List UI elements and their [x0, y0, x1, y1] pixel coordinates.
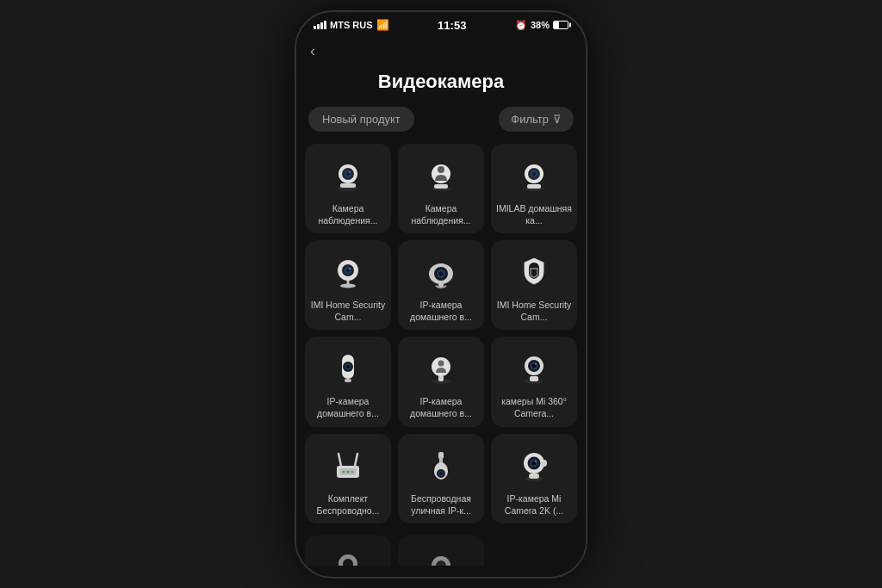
product-icon [326, 443, 370, 487]
list-item[interactable]: IP-камера домашнего в... [305, 337, 391, 426]
list-item[interactable] [305, 535, 391, 566]
page-title: Видеокамера [296, 67, 586, 107]
svg-point-51 [351, 470, 354, 473]
list-item[interactable]: IMI Home Security Cam... [491, 240, 577, 330]
svg-point-50 [347, 470, 350, 473]
list-item[interactable]: IP-камера домашнего в... [398, 337, 484, 426]
svg-point-32 [346, 365, 350, 368]
product-icon [326, 345, 370, 390]
svg-point-36 [432, 357, 450, 376]
screen: ‹ Видеокамера Новый продукт Фильтр ⊽ [296, 35, 586, 566]
svg-line-47 [339, 454, 341, 466]
alarm-icon: ⏰ [515, 20, 527, 31]
product-icon [419, 345, 463, 390]
list-item[interactable] [398, 535, 484, 566]
outdoor-svg [421, 445, 461, 485]
product-icon [326, 152, 370, 197]
svg-point-23 [349, 268, 351, 269]
product-label: IMILAB домашняя ка... [496, 202, 572, 226]
imilab-svg [514, 155, 554, 195]
list-item[interactable]: Беспроводная уличная IP-к... [398, 434, 484, 523]
svg-rect-33 [345, 379, 351, 382]
imi-home1-svg [328, 251, 368, 291]
carrier-label: MTS RUS [330, 20, 373, 30]
svg-rect-28 [438, 282, 444, 287]
cam1-svg [328, 155, 368, 195]
ip-tilt-svg [421, 348, 461, 387]
list-item[interactable]: IMILAB домашняя ка... [491, 144, 577, 233]
product-icon [326, 544, 370, 566]
product-label: IMI Home Security Cam... [496, 299, 572, 323]
product-label: IP-камера домашнего в... [403, 395, 479, 419]
product-label: IMI Home Security Cam... [310, 299, 386, 323]
ip-slim-svg [328, 348, 368, 387]
imi-logo-svg [514, 251, 554, 291]
svg-point-27 [439, 271, 444, 275]
clock: 11:53 [438, 19, 466, 32]
product-icon [419, 443, 463, 487]
new-product-button[interactable]: Новый продукт [308, 107, 414, 132]
filter-label: Фильтр [511, 113, 549, 126]
svg-rect-12 [527, 184, 541, 189]
svg-point-18 [340, 283, 356, 288]
partial1-svg [328, 547, 368, 566]
svg-line-48 [355, 454, 357, 466]
kit-svg [328, 445, 368, 485]
svg-rect-39 [530, 376, 538, 381]
list-item[interactable]: камеры Mi 360° Camera... [491, 337, 577, 426]
product-label: Комплект Беспроводно... [310, 492, 386, 517]
svg-point-57 [440, 472, 443, 474]
product-icon [326, 249, 370, 294]
product-icon [419, 152, 463, 197]
product-label: IP-камера домашнего в... [310, 395, 386, 419]
product-icon [512, 443, 556, 487]
svg-rect-35 [438, 375, 444, 381]
product-label: IP-камера Mi Camera 2K (... [496, 492, 572, 517]
mi2k-svg [514, 445, 554, 485]
svg-point-64 [535, 461, 537, 462]
signal-icon [314, 21, 326, 29]
mi360-svg [514, 348, 554, 387]
status-bar: MTS RUS 📶 11:53 ⏰ 38% [296, 12, 586, 35]
battery-percent: 38% [531, 20, 550, 30]
product-icon [512, 152, 556, 197]
product-icon [512, 249, 556, 294]
product-icon [419, 544, 463, 566]
battery-icon [553, 21, 568, 29]
svg-point-49 [343, 470, 345, 473]
svg-point-44 [535, 363, 537, 365]
svg-point-65 [542, 460, 547, 467]
svg-rect-8 [434, 184, 448, 189]
svg-point-16 [532, 172, 536, 176]
filter-row: Новый продукт Фильтр ⊽ [296, 107, 586, 144]
partial2-svg [421, 547, 461, 566]
status-right: ⏰ 38% [515, 20, 568, 31]
product-icon [512, 345, 556, 390]
product-label: Камера наблюдения... [403, 202, 479, 226]
list-item[interactable]: Камера наблюдения... [305, 144, 391, 233]
list-item[interactable]: IMI Home Security Cam... [305, 240, 391, 330]
svg-point-10 [438, 166, 444, 173]
list-item[interactable]: Камера наблюдения... [398, 144, 484, 233]
list-item[interactable]: IP-камера домашнего в... [398, 240, 484, 330]
cam2-svg [421, 155, 461, 195]
list-item[interactable]: IP-камера Mi Camera 2K (... [491, 434, 577, 523]
status-left: MTS RUS 📶 [314, 19, 389, 31]
filter-icon: ⊽ [553, 113, 562, 126]
product-label: Камера наблюдения... [310, 202, 386, 226]
product-label: Беспроводная уличная IP-к... [403, 492, 479, 517]
back-button[interactable]: ‹ [296, 35, 329, 67]
filter-button[interactable]: Фильтр ⊽ [499, 107, 574, 132]
product-grid: Камера наблюдения... Камера наблюдения..… [296, 144, 586, 535]
ip-round-svg [421, 251, 461, 291]
product-label: IP-камера домашнего в... [403, 299, 479, 323]
product-label: камеры Mi 360° Camera... [496, 395, 572, 419]
list-item[interactable]: Комплект Беспроводно... [305, 434, 391, 523]
svg-rect-1 [340, 183, 356, 188]
svg-point-6 [349, 171, 351, 173]
svg-rect-59 [529, 473, 539, 479]
wifi-icon: 📶 [376, 19, 389, 31]
phone-frame: MTS RUS 📶 11:53 ⏰ 38% ‹ Видеокамера Новы… [295, 10, 587, 579]
svg-point-37 [438, 361, 444, 367]
partial-row [296, 535, 586, 566]
